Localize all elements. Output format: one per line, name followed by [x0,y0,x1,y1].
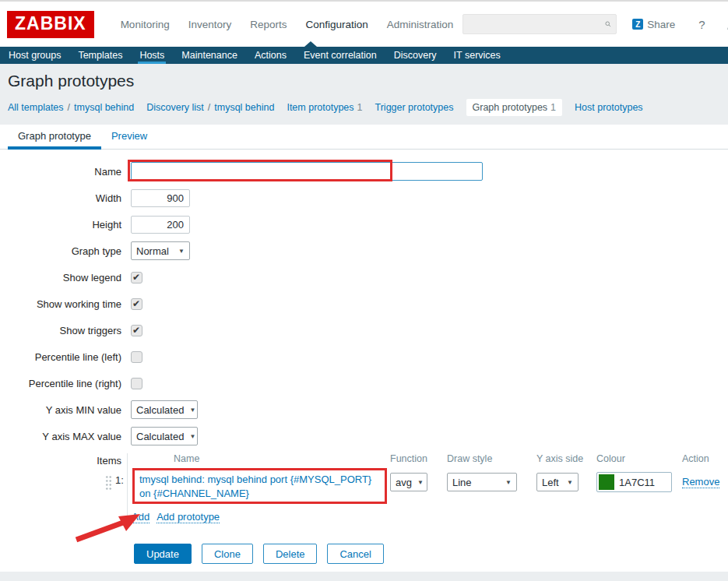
breadcrumb-discovery-list[interactable]: Discovery list [146,102,204,113]
percentile-left-label: Percentile line (left) [0,351,131,363]
y-axis-side-value: Left [542,477,559,488]
item-row-number: 1: [115,474,124,486]
show-working-time-label: Show working time [0,298,131,310]
menu-item-monitoring[interactable]: Monitoring [111,19,179,30]
y-axis-side-select[interactable]: Left ▼ [536,473,579,491]
top-bar: ZABBIX Monitoring Inventory Reports Conf… [0,0,728,47]
function-value: avg [396,477,412,488]
dropdown-arrow-icon: ▼ [505,479,512,486]
clone-button[interactable]: Clone [202,544,253,564]
item-row: 1: tmysql behind: mysql behind port {#MY… [128,469,722,506]
drag-handle-icon[interactable] [105,475,112,491]
tab-bar: Graph prototype Preview [0,125,728,150]
y-max-label: Y axis MAX value [0,431,131,442]
zabbix-logo[interactable]: ZABBIX [7,11,94,38]
y-max-value: Calculated [136,431,184,442]
name-input[interactable]: mysql behind port {#MYSQL_PORT} on {#CHA… [131,162,483,181]
cancel-button[interactable]: Cancel [327,544,383,564]
search-box[interactable] [462,14,617,34]
show-legend-checkbox[interactable] [131,272,142,283]
page-title: Graph prototypes [8,72,720,90]
page-header: Graph prototypes [0,64,728,97]
items-row: Items Name Function Draw style Y axis si… [0,453,728,526]
nav-item-templates[interactable]: Templates [69,47,131,64]
footer-strip [0,572,728,581]
menu-item-inventory[interactable]: Inventory [179,19,241,30]
update-button[interactable]: Update [134,544,192,564]
breadcrumb-separator: / [68,102,70,113]
percentile-left-checkbox[interactable] [131,351,142,363]
add-prototype-link[interactable]: Add prototype [157,511,220,523]
y-min-label: Y axis MIN value [0,404,131,416]
share-button[interactable]: Z Share [632,19,675,30]
remove-item-link[interactable]: Remove [682,476,719,488]
items-table: Name Function Draw style Y axis side Col… [127,453,722,526]
colour-swatch[interactable] [599,474,614,490]
width-input[interactable] [131,189,190,207]
tab-graph-prototype[interactable]: Graph prototype [8,125,101,149]
menu-item-configuration[interactable]: Configuration [296,19,377,30]
tab-preview[interactable]: Preview [101,125,157,149]
nav-item-maintenance[interactable]: Maintenance [173,47,246,64]
percentile-right-label: Percentile line (right) [0,378,131,389]
breadcrumb-current-graph-prototypes: Graph prototypes 1 [466,99,563,116]
search-icon[interactable] [605,18,611,30]
breadcrumb-separator: / [208,102,210,113]
breadcrumb-all-templates[interactable]: All templates [8,102,64,113]
help-button[interactable]: ? [698,18,705,31]
breadcrumb: All templates / tmysql behind Discovery … [0,97,728,125]
nav-item-it-services[interactable]: IT services [445,47,509,64]
y-min-select[interactable]: Calculated ▼ [131,400,198,419]
menu-item-reports[interactable]: Reports [241,19,296,30]
graph-prototypes-count: 1 [550,102,556,113]
draw-style-select[interactable]: Line ▼ [447,473,517,491]
breadcrumb-host-prototypes[interactable]: Host prototypes [575,102,643,113]
width-row: Width [0,188,728,207]
add-links: Add Add prototype [128,511,722,526]
y-min-value: Calculated [136,404,184,416]
show-working-time-row: Show working time [0,294,728,313]
y-max-row: Y axis MAX value Calculated ▼ [0,427,728,445]
column-header-y-axis-side: Y axis side [536,453,583,464]
y-max-select[interactable]: Calculated ▼ [131,427,198,445]
share-label: Share [647,19,675,30]
item-prototypes-count: 1 [357,102,363,113]
add-item-link[interactable]: Add [132,511,149,523]
column-header-action: Action [682,453,709,464]
search-input[interactable] [468,19,605,30]
graph-type-select[interactable]: Normal ▼ [131,241,190,260]
dropdown-arrow-icon: ▼ [189,407,195,414]
dropdown-arrow-icon: ▼ [567,479,573,486]
nav-item-hosts[interactable]: Hosts [131,47,173,64]
graph-type-label: Graph type [0,245,131,257]
breadcrumb-trigger-prototypes[interactable]: Trigger prototypes [375,102,454,113]
nav-item-actions[interactable]: Actions [246,47,295,64]
items-table-header: Name Function Draw style Y axis side Col… [128,453,722,469]
nav-item-host-groups[interactable]: Host groups [0,47,69,64]
top-right-controls: Z Share ? [462,14,728,34]
nav-item-discovery[interactable]: Discovery [385,47,445,64]
column-header-name: Name [174,453,199,464]
breadcrumb-current-label: Graph prototypes [473,102,548,113]
nav-item-event-correlation[interactable]: Event correlation [295,47,385,64]
percentile-left-row: Percentile line (left) [0,347,728,366]
menu-item-administration[interactable]: Administration [378,19,463,30]
item-name-link[interactable]: tmysql behind: mysql behind port {#MYSQL… [139,474,371,499]
breadcrumb-item-prototypes[interactable]: Item prototypes [287,102,353,113]
delete-button[interactable]: Delete [263,544,318,564]
breadcrumb-template[interactable]: tmysql behind [74,102,134,113]
column-header-colour: Colour [596,453,625,464]
top-menu: Monitoring Inventory Reports Configurati… [111,19,463,30]
height-input[interactable] [131,216,190,234]
percentile-right-checkbox[interactable] [131,378,142,389]
function-select[interactable]: avg ▼ [390,473,427,491]
breadcrumb-discovery-rule[interactable]: tmysql behind [214,102,274,113]
show-working-time-checkbox[interactable] [131,298,142,310]
dropdown-arrow-icon: ▼ [189,433,195,440]
zabbix-share-icon: Z [632,19,643,30]
colour-field[interactable]: 1A7C11 [596,472,672,492]
graph-type-row: Graph type Normal ▼ [0,241,728,260]
draw-style-value: Line [452,477,472,488]
graph-type-value: Normal [136,245,169,257]
show-triggers-checkbox[interactable] [131,325,142,336]
